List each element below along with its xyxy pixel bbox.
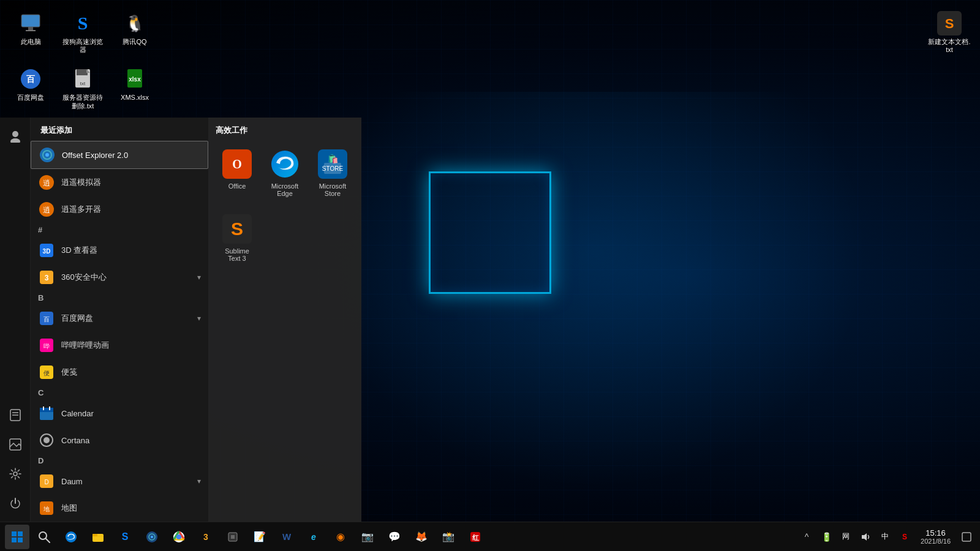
app-item-maps[interactable]: 地 地图: [31, 495, 208, 522]
svg-line-74: [46, 539, 50, 542]
svg-point-33: [45, 153, 49, 157]
sidebar-docs-icon[interactable]: [3, 403, 28, 427]
sidebar-user-icon[interactable]: [3, 124, 28, 148]
desktop-icon-xms[interactable]: xlsx XMS.xlsx: [110, 62, 159, 114]
svg-marker-88: [862, 533, 867, 541]
svg-rect-1: [28, 27, 33, 30]
taskbar-wechat-btn[interactable]: 💬: [382, 525, 407, 549]
app-item-cortana[interactable]: Cortana: [31, 427, 208, 454]
pinned-office[interactable]: O Office: [216, 143, 258, 203]
svg-rect-0: [21, 15, 40, 27]
taskbar-sogou-btn[interactable]: S: [113, 525, 137, 549]
taskbar-search-icon[interactable]: [32, 525, 56, 549]
svg-point-75: [66, 531, 77, 542]
svg-point-62: [271, 151, 298, 178]
tray-battery[interactable]: 🔋: [818, 528, 835, 545]
taskbar-honor-btn[interactable]: 红: [463, 525, 488, 549]
svg-text:D: D: [44, 479, 48, 485]
pinned-header: 高效工作: [216, 125, 354, 136]
svg-rect-2: [26, 30, 36, 31]
tray-volume[interactable]: [857, 528, 874, 545]
taskbar: S 3 📝 W e ◉ 📷 💬 🦊 📸 红 ^ 🔋 网 中 S 15:16 20…: [0, 522, 980, 551]
pinned-sublime[interactable]: S Sublime Text 3: [216, 208, 258, 268]
desktop-icons-right: S 新建文本文档.txt: [925, 6, 974, 59]
taskbar-360-btn[interactable]: 3: [194, 525, 218, 549]
apps-list: Offset Explorer 2.0 逍 逍遥模拟器 逍 逍遥多开器 #: [31, 141, 208, 522]
svg-text:3: 3: [45, 274, 49, 282]
desktop-icon-sublime-right[interactable]: S 新建文本文档.txt: [925, 6, 974, 59]
pinned-edge[interactable]: Microsoft Edge: [263, 143, 306, 203]
svg-text:哔: 哔: [43, 343, 50, 350]
svg-rect-72: [18, 538, 23, 542]
taskbar-photos2-btn[interactable]: 📸: [436, 525, 461, 549]
taskbar-word-btn[interactable]: W: [274, 525, 299, 549]
app-item-calendar[interactable]: Calendar: [31, 400, 208, 427]
svg-text:STORE: STORE: [322, 165, 344, 172]
svg-text:🛍️: 🛍️: [328, 154, 339, 164]
tray-network[interactable]: 网: [837, 528, 854, 545]
pinned-store[interactable]: 🛍️ STORE Microsoft Store: [311, 143, 354, 203]
tray-sogou-ime[interactable]: S: [896, 528, 913, 545]
cpu-chip-decoration: [429, 171, 551, 294]
taskbar-photos-btn[interactable]: 📷: [355, 525, 380, 549]
tray-clock[interactable]: 15:16 2021/8/16: [916, 527, 956, 546]
desktop-icon-this-pc[interactable]: 此电脑: [6, 6, 55, 59]
svg-text:百: 百: [43, 316, 50, 323]
taskbar-edge-btn[interactable]: [59, 525, 83, 549]
pinned-grid: O Office: [216, 143, 354, 268]
svg-point-25: [10, 138, 20, 143]
sidebar-photos-icon[interactable]: [3, 432, 28, 457]
svg-point-73: [39, 532, 47, 539]
section-d: D: [31, 454, 208, 468]
section-c: C: [31, 386, 208, 400]
app-item-baidunetdisk[interactable]: 百 百度网盘 ▾: [31, 305, 208, 332]
app-item-360[interactable]: 3 360安全中心 ▾: [31, 264, 208, 291]
svg-point-24: [12, 131, 18, 137]
app-item-daum[interactable]: D Daum ▾: [31, 468, 208, 495]
apps-panel-header: 最近添加: [31, 118, 208, 141]
svg-text:O: O: [232, 157, 242, 171]
svg-rect-71: [12, 538, 17, 542]
app-item-bilibili[interactable]: 哔 哔哩哔哩动画: [31, 332, 208, 359]
svg-text:逍: 逍: [43, 206, 50, 214]
bg-glow: [318, 92, 870, 490]
apps-panel: 最近添加 Offset Explorer 2.0 逍 逍遥模拟器: [31, 118, 208, 522]
start-button[interactable]: [5, 525, 29, 549]
app-item-notepad[interactable]: 便 便笺: [31, 359, 208, 386]
app-item-offset-explorer[interactable]: Offset Explorer 2.0: [31, 141, 208, 169]
tray-chevron[interactable]: ^: [798, 528, 815, 545]
taskbar-tray: ^ 🔋 网 中 S 15:16 2021/8/16: [798, 527, 975, 546]
desktop-icon-sogou[interactable]: S 搜狗高速浏览器: [58, 6, 107, 59]
taskbar-firefox-btn[interactable]: 🦊: [409, 525, 434, 549]
svg-text:S: S: [231, 219, 243, 239]
pinned-panel: 高效工作 O Office: [208, 118, 361, 522]
app-item-daomo[interactable]: 逍 逍遥模拟器: [31, 169, 208, 196]
svg-text:txt: txt: [80, 81, 86, 86]
sidebar-settings-icon[interactable]: [3, 462, 28, 486]
taskbar-ie-btn[interactable]: e: [301, 525, 326, 549]
taskbar-process-btn[interactable]: [221, 525, 245, 549]
taskbar-explorer-btn[interactable]: [86, 525, 110, 549]
tray-notification[interactable]: [958, 528, 975, 545]
tray-ime-zh[interactable]: 中: [876, 528, 894, 545]
sidebar-power-icon[interactable]: [3, 491, 28, 515]
svg-point-30: [13, 472, 17, 476]
svg-rect-70: [18, 531, 23, 536]
taskbar-notes-btn[interactable]: 📝: [247, 525, 272, 549]
taskbar-chrome-btn[interactable]: [167, 525, 191, 549]
desktop-icon-baidu[interactable]: 百 百度网盘: [6, 62, 55, 114]
desktop-icon-server-txt[interactable]: txt 服务器资源待删除.txt: [58, 62, 107, 114]
app-item-daoduo[interactable]: 逍 逍遥多开器: [31, 196, 208, 223]
taskbar-offset-btn[interactable]: [140, 525, 164, 549]
desktop-icon-qq[interactable]: 🐧 腾讯QQ: [110, 6, 159, 59]
app-item-3d-viewer[interactable]: 3D 3D 查看器: [31, 237, 208, 264]
desktop: 此电脑 S 搜狗高速浏览器 🐧 腾讯QQ 百 百度网盘 txt: [0, 0, 980, 551]
svg-rect-77: [92, 534, 97, 536]
svg-point-53: [43, 437, 50, 443]
svg-text:逍: 逍: [43, 179, 50, 187]
svg-rect-6: [77, 69, 88, 75]
svg-rect-69: [12, 531, 17, 536]
section-b: B: [31, 291, 208, 305]
taskbar-orange-btn[interactable]: ◉: [328, 525, 353, 549]
start-menu-sidebar: [0, 118, 31, 522]
